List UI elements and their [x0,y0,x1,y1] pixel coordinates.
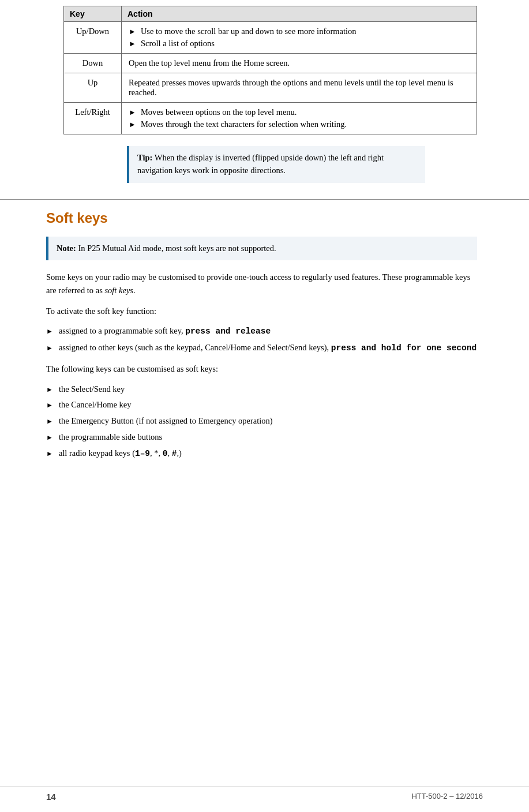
bullet-text: Moves between options on the top level m… [141,107,470,117]
soft-keys-heading: Soft keys [46,210,477,226]
bullet-text: Scroll a list of options [141,39,470,48]
bullet-arrow-icon: ► [46,416,53,426]
bullet-arrow-icon: ► [46,343,53,353]
activate-bullet-text-1: assigned to a programmable soft key, pre… [59,325,271,338]
col-header-key: Key [64,6,122,22]
bullet-arrow-icon: ► [46,384,53,395]
bold-text: # [172,449,177,458]
bullet-arrow-icon: ► [46,326,53,336]
activate-bullet-text-2: assigned to other keys (such as the keyp… [59,342,477,355]
bullet-arrow-icon: ► [46,448,53,459]
tip-label: Tip: [137,153,152,162]
action-cell-updown: ► Use to move the scroll bar up and down… [122,22,477,54]
table-row: Up Repeated presses moves upwards throug… [64,73,477,103]
table-row: Left/Right ► Moves between options on th… [64,103,477,134]
bold-text: 1–9 [135,449,150,458]
note-box: Note: In P25 Mutual Aid mode, most soft … [46,237,477,261]
key-cell-up: Up [64,73,122,103]
customise-bullet-3: the Emergency Button (if not assigned to… [59,415,273,428]
table-row: Down Open the top level menu from the Ho… [64,54,477,73]
key-cell-updown: Up/Down [64,22,122,54]
soft-keys-section: Soft keys Note: In P25 Mutual Aid mode, … [0,210,529,461]
key-action-table: Key Action Up/Down ► Use to move the scr… [63,6,477,134]
bullet-text: Use to move the scroll bar up and down t… [141,27,470,36]
body-text-para2: To activate the soft key function: [46,305,477,318]
customise-bullet-4: the programmable side buttons [59,431,162,444]
list-item: ► all radio keypad keys (1–9, *, 0, #,) [46,447,477,461]
bullet-arrow-icon: ► [46,432,53,443]
bullet-item: ► Use to move the scroll bar up and down… [129,27,470,36]
page-wrapper: Key Action Up/Down ► Use to move the scr… [0,0,529,812]
customise-bullet-list: ► the Select/Send key ► the Cancel/Home … [46,383,477,461]
action-text-down: Open the top level menu from the Home sc… [129,58,290,68]
para1-end: . [133,286,136,295]
list-item: ► the Cancel/Home key [46,399,477,411]
bullet-arrow-icon: ► [129,120,136,129]
section-divider [0,199,529,200]
action-text-up: Repeated presses moves upwards through t… [129,78,453,97]
bullet-item: ► Moves between options on the top level… [129,107,470,117]
action-cell-down: Open the top level menu from the Home sc… [122,54,477,73]
footer-page-number: 14 [46,792,56,802]
body-text-para1: Some keys on your radio may be customise… [46,271,477,297]
body-text-para3: The following keys can be customised as … [46,362,477,376]
tip-box: Tip: When the display is inverted (flipp… [127,146,425,183]
note-label: Note: [57,244,76,253]
customise-bullet-1: the Select/Send key [59,383,125,396]
tip-text: When the display is inverted (flipped up… [137,153,384,175]
customise-bullet-2: the Cancel/Home key [59,399,132,411]
note-text: In P25 Mutual Aid mode, most soft keys a… [76,244,276,253]
activate-bullet-list: ► assigned to a programmable soft key, p… [46,325,477,355]
bullet-arrow-icon: ► [129,27,136,36]
bold-text: press and hold for one second [331,343,477,353]
bullet-text: Moves through the text characters for se… [141,119,470,129]
bullet-arrow-icon: ► [129,108,136,117]
list-item: ► assigned to other keys (such as the ke… [46,342,477,355]
tip-box-wrapper: Tip: When the display is inverted (flipp… [63,146,477,183]
key-cell-leftright: Left/Right [64,103,122,134]
bullet-arrow-icon: ► [46,400,53,410]
bold-text: press and release [185,327,271,336]
table-row: Up/Down ► Use to move the scroll bar up … [64,22,477,54]
customise-bullet-5: all radio keypad keys (1–9, *, 0, #,) [59,447,182,461]
list-item: ► the Select/Send key [46,383,477,396]
list-item: ► the Emergency Button (if not assigned … [46,415,477,428]
footer-doc-id: HTT-500-2 – 12/2016 [411,792,483,802]
bullet-item: ► Scroll a list of options [129,39,470,48]
action-cell-up: Repeated presses moves upwards through t… [122,73,477,103]
bold-text: 0 [163,449,168,458]
page-footer: 14 HTT-500-2 – 12/2016 [0,787,529,802]
table-section: Key Action Up/Down ► Use to move the scr… [0,6,529,134]
bullet-item: ► Moves through the text characters for … [129,119,470,129]
para1-italic: soft keys [104,286,133,295]
col-header-action: Action [122,6,477,22]
list-item: ► the programmable side buttons [46,431,477,444]
list-item: ► assigned to a programmable soft key, p… [46,325,477,338]
bullet-arrow-icon: ► [129,39,136,48]
key-cell-down: Down [64,54,122,73]
action-cell-leftright: ► Moves between options on the top level… [122,103,477,134]
